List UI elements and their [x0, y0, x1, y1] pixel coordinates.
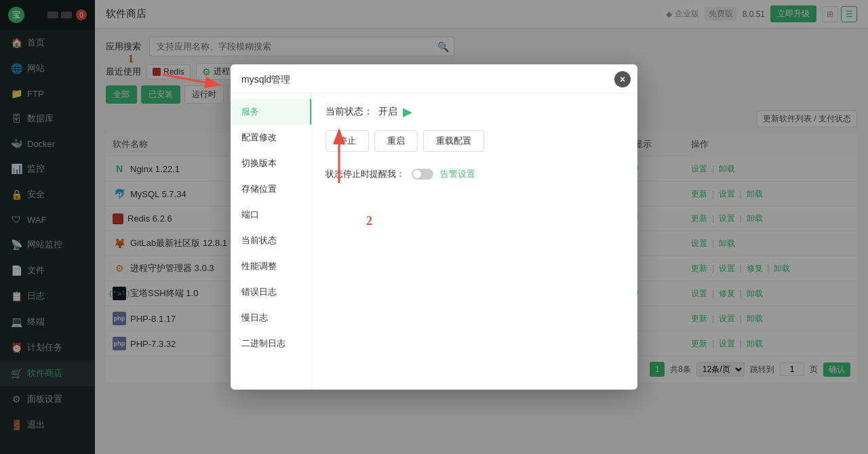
modal-title: mysqld管理	[231, 64, 637, 94]
current-status-row: 当前状态： 开启 ▶	[326, 104, 624, 119]
modal-close-button[interactable]: ×	[614, 71, 631, 87]
modal-overlay: × mysqld管理 服务 配置修改 切换版本 存储位置 端口 当前状态 性能调…	[0, 0, 868, 454]
modal-nav-storage[interactable]: 存储位置	[231, 176, 311, 202]
modal-body: 当前状态： 开启 ▶ 停止 重启 重载配置 状态停止时提醒我： 告警设置	[312, 94, 637, 390]
status-play-icon: ▶	[403, 104, 412, 119]
restart-button[interactable]: 重启	[374, 130, 418, 152]
service-action-buttons: 停止 重启 重载配置	[326, 130, 624, 152]
modal-nav-status[interactable]: 当前状态	[231, 228, 311, 253]
modal-nav-port[interactable]: 端口	[231, 202, 311, 228]
modal-nav-performance[interactable]: 性能调整	[231, 253, 311, 279]
modal-wrapper: mysqld管理 服务 配置修改 切换版本 存储位置 端口 当前状态 性能调整 …	[231, 64, 637, 390]
alert-row: 状态停止时提醒我： 告警设置	[326, 168, 624, 180]
stop-button[interactable]: 停止	[326, 130, 369, 152]
modal-nav-slowlog[interactable]: 慢日志	[231, 305, 311, 331]
annotation-2: 2	[366, 214, 372, 228]
status-label: 当前状态：	[326, 106, 373, 118]
alert-toggle[interactable]	[412, 169, 433, 180]
modal: × mysqld管理 服务 配置修改 切换版本 存储位置 端口 当前状态 性能调…	[231, 64, 637, 390]
modal-content-area: 服务 配置修改 切换版本 存储位置 端口 当前状态 性能调整 错误日志 慢日志 …	[231, 94, 637, 390]
modal-nav-config[interactable]: 配置修改	[231, 125, 311, 150]
modal-nav-version[interactable]: 切换版本	[231, 150, 311, 176]
reload-config-button[interactable]: 重载配置	[423, 130, 484, 152]
alert-settings-link[interactable]: 告警设置	[440, 168, 475, 180]
alert-label: 状态停止时提醒我：	[326, 168, 405, 180]
modal-nav-binlog[interactable]: 二进制日志	[231, 331, 311, 356]
status-value: 开启	[378, 106, 397, 118]
modal-sidebar: 服务 配置修改 切换版本 存储位置 端口 当前状态 性能调整 错误日志 慢日志 …	[231, 94, 312, 390]
modal-nav-errorlog[interactable]: 错误日志	[231, 279, 311, 305]
modal-nav-service[interactable]: 服务	[231, 99, 311, 125]
